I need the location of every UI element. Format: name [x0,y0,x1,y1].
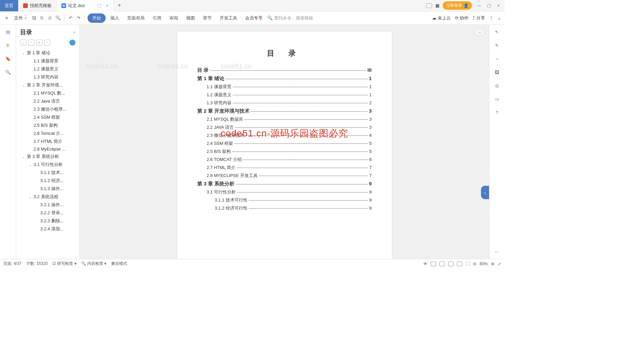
outline-item[interactable]: 2.7 HTML 简介 [16,137,79,146]
remove-heading-icon[interactable]: − [44,40,50,46]
redo-icon[interactable]: ↷ [75,15,82,21]
outline-item[interactable]: 1.2 课题意义 [16,65,79,73]
share-button[interactable]: ⤴分享 [473,15,485,21]
pen-tool-icon[interactable]: ✎ [493,42,501,49]
outline-item[interactable]: ⌄第 2 章 开发环境... [16,81,79,89]
menu-view[interactable]: 视图 [183,13,198,23]
outline-item[interactable]: 2.1 MYSQL 数... [16,89,79,97]
target-icon[interactable]: ◎ [493,82,501,89]
tab-detach-icon[interactable]: ▢ [97,3,101,8]
tab-document[interactable]: W 论文.doc ▢ × [57,0,114,11]
outline-item[interactable]: ⌄3.2 系统流程 [16,193,79,201]
save-icon[interactable]: 🖫 [31,15,37,21]
command-search[interactable]: 🔍查找命令、搜索模板 [267,15,313,21]
apps-icon[interactable]: ▦ [435,3,439,8]
menu-review[interactable]: 审阅 [166,13,181,23]
help-icon[interactable]: ? [493,109,501,116]
toc-line[interactable]: 3.1 可行性分析9 [197,189,372,195]
toc-line[interactable]: 2.4 SSM 框架5 [197,140,372,147]
zoom-out-icon[interactable]: ⊖ [473,262,476,266]
collab-button[interactable]: ⟳协作 [455,15,469,21]
toc-line[interactable]: 第 3 章 系统分析9 [197,181,372,187]
outline-item[interactable]: 2.5 B/S 架构 [16,121,79,129]
page-indicator[interactable]: 页面: 4/37 [3,261,21,267]
outline-item[interactable]: ⌄第 3 章 系统分析 [16,153,79,161]
toc-line[interactable]: 2.3 微信小程序技术4 [197,132,372,138]
menu-layout[interactable]: 页面布局 [124,13,148,23]
outline-item[interactable]: 2.8 MyEclipse ... [16,146,79,153]
content-check-toggle[interactable]: 🔍 内容检查 ▾ [81,261,107,267]
word-count[interactable]: 字数: 15320 [26,261,48,267]
toc-line[interactable]: 3.1.2 经济可行性9 [197,205,372,211]
maximize-icon[interactable]: ▢ [486,3,492,8]
outline-item[interactable]: 3.1.2 经济... [16,177,79,185]
outline-item[interactable]: 2.6 Tomcat 介... [16,129,79,137]
toc-line[interactable]: 1.3 研究内容2 [197,100,372,106]
zoom-fit-icon[interactable]: ⤢ [498,262,501,266]
add-heading-icon[interactable]: + [36,40,42,46]
outline-item[interactable]: 1.1 课题背景 [16,57,79,65]
toc-line[interactable]: 1.2 课题意义1 [197,92,372,98]
toc-line[interactable]: 2.1 MYSQL 数据库3 [197,116,372,122]
document-canvas[interactable]: ⌄ 目 录 目 录III第 1 章 绪论11.1 课题背景11.2 课题意义11… [80,25,489,259]
toc-line[interactable]: 2.5 B/S 架构5 [197,149,372,155]
toc-line[interactable]: 目 录III [197,67,372,73]
toc-line[interactable]: 2.7 HTML 简介7 [197,165,372,171]
toc-line[interactable]: 2.6 TOMCAT 介绍6 [197,157,372,163]
file-menu[interactable]: 文件▾ [11,14,29,22]
outline-item[interactable]: 3.1.1 技术... [16,169,79,177]
outline-item[interactable]: 3.1.3 操作... [16,185,79,193]
outline-item[interactable]: 1.3 研究内容 [16,73,79,81]
undo-icon[interactable]: ↶ [67,15,74,21]
outline-item[interactable]: 3.2.3 删除... [16,217,79,225]
close-icon[interactable]: × [106,3,109,8]
preview-icon[interactable]: 🔍 [55,15,61,21]
outline-item[interactable]: 2.3 微信小程序... [16,105,79,113]
expand-all-icon[interactable]: ⌃ [28,40,34,46]
view-page-icon[interactable] [431,262,436,266]
minimize-icon[interactable]: — [475,3,482,8]
toc-line[interactable]: 2.8 MYECLIPSE 开发工具7 [197,173,372,179]
menu-start[interactable]: 开始 [88,13,106,23]
login-button[interactable]: 立即登录👤 [443,1,472,10]
side-tab-icon[interactable]: ‹ [481,186,489,199]
toc-line[interactable]: 2.2 JAVA 语言3 [197,124,372,130]
search-rail-icon[interactable]: 🔍 [4,68,12,76]
outline-item[interactable]: 3.2.4 添加... [16,225,79,233]
outline-item[interactable]: ⌄第 1 章 绪论 [16,49,79,57]
menu-devtools[interactable]: 开发工具 [216,13,240,23]
outline-close-icon[interactable]: × [73,30,75,35]
page-options-icon[interactable]: ⌄ [475,28,484,36]
toc-line[interactable]: 第 1 章 绪论1 [197,75,372,82]
eye-icon[interactable]: 👁 [423,262,427,266]
outline-badge-icon[interactable] [69,40,75,46]
outline-item[interactable]: 2.2 Java 语言 [16,97,79,105]
view-outline-icon[interactable] [439,262,445,266]
menu-member[interactable]: 会员专享 [242,13,266,23]
fit-icon[interactable]: ⛶ [466,262,470,266]
zoom-in-icon[interactable]: ⊕ [491,262,494,266]
toc-line[interactable]: 1.1 课题背景1 [197,84,372,90]
new-tab-button[interactable]: + [114,2,125,9]
collapse-ribbon-icon[interactable]: ⌄ [497,15,501,20]
collapse-all-icon[interactable]: ⌄ [20,40,26,46]
tab-template[interactable]: 找稻壳模板 [18,0,57,11]
more-icon[interactable]: ⋮ [489,15,493,20]
menu-icon[interactable]: ≡ [3,15,10,21]
tab-home[interactable]: 首页 [0,0,18,11]
view-read-icon[interactable] [448,262,453,266]
print-icon[interactable]: ⎙ [47,15,53,21]
layout-icon[interactable] [426,3,432,8]
export-icon[interactable]: ⎘ [39,15,45,21]
bookmark-rail-icon[interactable]: 🔖 [4,55,12,62]
settings-line-icon[interactable]: ⎓ [493,55,501,62]
nav-rail-icon[interactable]: ⎘ [4,42,12,49]
image-tool-icon[interactable]: 🖼 [493,68,501,76]
menu-insert[interactable]: 插入 [107,13,122,23]
view-web-icon[interactable] [457,262,462,266]
toc-line[interactable]: 3.1.1 技术可行性9 [197,197,372,203]
read-mode-icon[interactable]: ▭ [493,95,501,103]
zoom-level[interactable]: 80% [480,262,488,266]
more-tools-icon[interactable]: ⋯ [493,248,501,255]
cloud-status[interactable]: ☁未上云 [432,15,451,21]
